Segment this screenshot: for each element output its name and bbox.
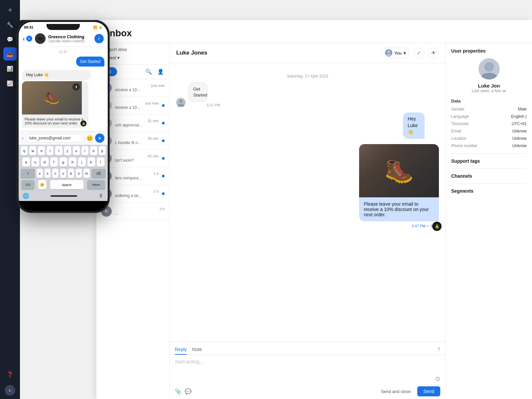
- conv-time-3: 31 min: [115, 119, 159, 123]
- data-row-phone: Phone number Unknow: [451, 143, 527, 148]
- page-header: Inbox: [96, 20, 532, 43]
- phone-time-divider: 17:47: [22, 50, 104, 54]
- segments-title[interactable]: Segments: [451, 188, 527, 194]
- notification-badge: 6: [26, 36, 32, 42]
- data-row-location: Location Unknow: [451, 136, 527, 141]
- key-o[interactable]: o: [90, 146, 97, 155]
- emoji-button[interactable]: 😊: [86, 135, 93, 141]
- key-d[interactable]: d: [41, 157, 49, 167]
- key-m[interactable]: m: [83, 169, 89, 178]
- key-b[interactable]: b: [68, 169, 74, 178]
- key-x[interactable]: x: [45, 169, 51, 178]
- key-delete[interactable]: ⌫: [91, 169, 106, 178]
- support-tags-title[interactable]: Support tags: [451, 158, 527, 164]
- key-emoji[interactable]: 😊: [38, 180, 46, 189]
- user-avatar-nav[interactable]: L: [5, 385, 15, 396]
- phone-text-input[interactable]: luke_jones@gmail.com: [26, 134, 84, 142]
- send-actions: Send and close Send: [377, 386, 440, 396]
- channels-title[interactable]: Channels: [451, 173, 527, 179]
- nav-inbox[interactable]: 📥: [3, 47, 17, 61]
- hey-luke-bubble: Hey Luke 👋: [403, 112, 425, 139]
- messenger-done-button[interactable]: ✓: [94, 34, 104, 43]
- key-g[interactable]: g: [60, 157, 67, 167]
- reply-toolbar: 📎 💬 Send and close Send: [170, 384, 446, 399]
- reply-help-icon[interactable]: ?: [437, 347, 440, 353]
- data-row-email: Email Unknow: [451, 129, 527, 133]
- conv-preview-5: isn't work?: [115, 158, 159, 163]
- nav-analytics[interactable]: 📊: [3, 62, 17, 75]
- key-y[interactable]: y: [64, 146, 71, 155]
- conv-time-1: just now: [115, 84, 165, 88]
- key-q[interactable]: q: [21, 146, 28, 155]
- key-k[interactable]: k: [87, 157, 95, 167]
- key-n[interactable]: n: [76, 169, 82, 178]
- unread-dot-2: [162, 104, 165, 107]
- key-r[interactable]: r: [47, 146, 54, 155]
- get-started-time: 5:47 PM: [188, 103, 220, 107]
- date-divider: Saturday, 27 April 2019: [176, 74, 439, 79]
- search-button[interactable]: 🔍: [144, 67, 153, 76]
- unread-dot-4: [162, 139, 165, 142]
- key-l[interactable]: l: [97, 157, 104, 167]
- emoji-picker-button[interactable]: ⊙: [435, 375, 440, 382]
- chat-user-name: Luke Jones: [176, 50, 207, 56]
- conv-preview-8: ...: [115, 211, 165, 216]
- email-request-text: Please leave your email to receive a 10%…: [359, 197, 439, 221]
- key-h[interactable]: h: [69, 157, 76, 167]
- key-space[interactable]: space: [50, 180, 83, 189]
- key-v[interactable]: v: [60, 169, 66, 178]
- agent-avatar: [385, 49, 392, 57]
- nav-chat[interactable]: 💬: [3, 33, 17, 46]
- phone-send-button[interactable]: ➤: [95, 133, 104, 143]
- key-a[interactable]: a: [22, 157, 30, 167]
- key-return[interactable]: return: [87, 180, 105, 189]
- content-area: Support alias Newest ▾ All 🔍 👤 L just no…: [96, 43, 532, 399]
- lock-overlay-icon: 🔒: [80, 120, 86, 126]
- send-button[interactable]: Send: [417, 386, 440, 396]
- phone-bubble-hey: Hey Luke 👋: [22, 70, 91, 80]
- data-label: Data: [451, 99, 527, 103]
- key-u[interactable]: u: [73, 146, 80, 155]
- nav-help[interactable]: ❓: [3, 368, 17, 381]
- key-123[interactable]: 123: [21, 180, 35, 189]
- resolve-button[interactable]: ✓: [414, 48, 424, 58]
- key-p[interactable]: p: [99, 146, 106, 155]
- reply-tabs: Reply Note ?: [170, 342, 446, 355]
- back-button[interactable]: ‹: [23, 35, 25, 43]
- tab-note[interactable]: Note: [192, 345, 202, 355]
- key-z[interactable]: z: [37, 169, 43, 178]
- reply-area: Reply Note ? Start writing... ⊙ 📎 💬 Send…: [170, 342, 446, 399]
- key-shift[interactable]: ⇧: [21, 169, 35, 178]
- tab-reply[interactable]: Reply: [175, 345, 187, 355]
- attachment-button[interactable]: 📎: [175, 388, 182, 395]
- message-row-hey-luke: Hey Luke 👋: [176, 112, 439, 139]
- send-close-button[interactable]: Send and close: [377, 387, 415, 396]
- conv-preview-6: ters compara...: [115, 176, 159, 180]
- globe-icon[interactable]: 🌐: [23, 193, 29, 199]
- conv-time-4: 35 min: [115, 136, 159, 140]
- filter-button[interactable]: 👤: [156, 67, 165, 76]
- key-j[interactable]: j: [78, 157, 86, 167]
- key-f[interactable]: f: [50, 157, 58, 167]
- key-e[interactable]: e: [38, 146, 45, 155]
- nav-send[interactable]: ✈: [3, 3, 17, 17]
- agent-selector[interactable]: You ▾: [381, 48, 410, 58]
- chevron-down-icon: ▾: [117, 55, 120, 60]
- key-c[interactable]: c: [52, 169, 58, 178]
- reply-input-area[interactable]: Start writing...: [170, 355, 446, 375]
- quote-button[interactable]: 💬: [185, 388, 192, 395]
- messenger-brand-name: Greenco Clothing: [48, 34, 92, 39]
- key-w[interactable]: w: [29, 146, 36, 155]
- microphone-icon[interactable]: 🎙: [98, 193, 104, 199]
- agent-label: You: [394, 51, 402, 56]
- key-s[interactable]: s: [32, 157, 39, 167]
- messages-container: Saturday, 27 April 2019 Get Started 5:47…: [170, 63, 446, 342]
- key-i[interactable]: i: [81, 146, 88, 155]
- phone-share-icon[interactable]: ⬆: [72, 83, 80, 91]
- phone-notch: [47, 24, 80, 30]
- mute-button[interactable]: 👁: [428, 48, 439, 58]
- nav-reports[interactable]: 📈: [3, 77, 17, 90]
- nav-tools[interactable]: 🔧: [3, 18, 17, 31]
- key-t[interactable]: t: [55, 146, 62, 155]
- right-sidebar: User properties Luke Jon Last seen: a fe…: [446, 43, 532, 399]
